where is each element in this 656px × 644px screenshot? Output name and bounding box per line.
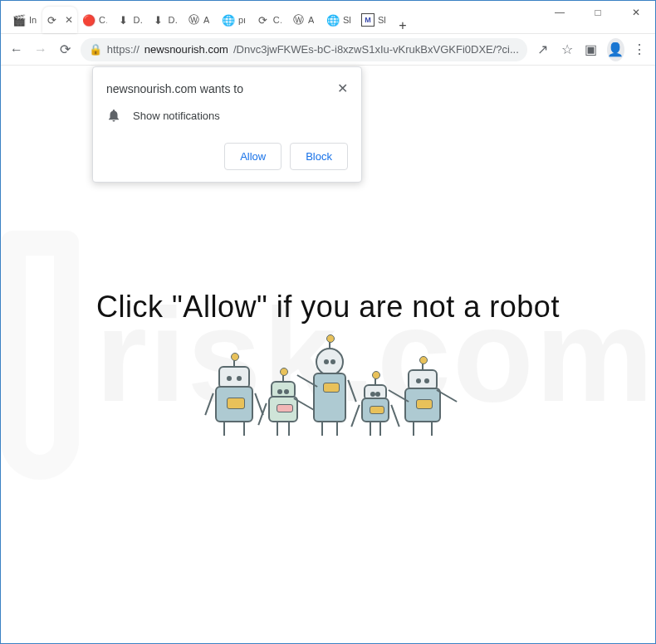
- url-scheme: https://: [107, 43, 140, 56]
- tab-label: Cl: [99, 15, 107, 25]
- popup-line: Show notifications: [133, 110, 220, 122]
- page-content: risk.com newsnourish.com wants to ✕ Show…: [1, 66, 655, 644]
- block-button[interactable]: Block: [290, 143, 348, 170]
- panel-button[interactable]: ▣: [582, 38, 600, 61]
- robot-icon: [215, 366, 253, 422]
- tab-label: In: [29, 15, 37, 25]
- tab-10[interactable]: MSl: [356, 7, 391, 33]
- w-icon: Ⓦ: [291, 13, 305, 27]
- robot-icon: [361, 384, 389, 422]
- address-bar[interactable]: 🔒 https://newsnourish.com/Dnvc3jwFKWEs-b…: [81, 38, 527, 61]
- tab-1-active[interactable]: ⟳✕: [42, 7, 77, 33]
- w-icon: Ⓦ: [187, 13, 200, 27]
- share-button[interactable]: ↗: [534, 38, 551, 61]
- tab-8[interactable]: ⓌA: [286, 7, 321, 33]
- robots-illustration: [1, 348, 655, 422]
- tab-label: Sl: [343, 15, 351, 25]
- tab-label: Cl: [273, 15, 281, 25]
- url-host: newsnourish.com: [144, 43, 228, 56]
- robot-icon: [404, 369, 441, 422]
- profile-button[interactable]: 👤: [607, 38, 624, 61]
- popup-title: newsnourish.com wants to: [106, 82, 243, 95]
- window-controls: — □ ✕: [541, 1, 655, 24]
- film-icon: 🎬: [12, 13, 26, 27]
- new-tab-button[interactable]: +: [391, 18, 414, 33]
- allow-button[interactable]: Allow: [224, 143, 281, 170]
- tab-6[interactable]: 🌐pı: [217, 7, 252, 33]
- robot-icon: [268, 381, 298, 422]
- globe-icon: 🌐: [222, 13, 235, 27]
- tab-3[interactable]: ⬇Dı: [112, 7, 147, 33]
- record-icon: 🔴: [82, 13, 95, 27]
- close-icon[interactable]: ✕: [337, 80, 348, 96]
- tab-label: A: [308, 15, 314, 25]
- bell-icon: [106, 108, 121, 123]
- toolbar: ← → ⟳ 🔒 https://newsnourish.com/Dnvc3jwF…: [1, 34, 655, 66]
- spinner-icon: ⟳: [257, 13, 270, 27]
- close-window-button[interactable]: ✕: [617, 1, 655, 24]
- tab-2[interactable]: 🔴Cl: [77, 7, 112, 33]
- tab-label: Dı: [168, 15, 177, 25]
- reload-button[interactable]: ⟳: [56, 38, 74, 61]
- download-icon: ⬇: [152, 13, 164, 27]
- lock-icon: 🔒: [89, 43, 102, 56]
- forward-button[interactable]: →: [32, 38, 49, 61]
- close-tab-icon[interactable]: ✕: [65, 14, 73, 26]
- tab-label: pı: [238, 15, 246, 25]
- titlebar: 🎬In ⟳✕ 🔴Cl ⬇Dı ⬇Dı ⓌA 🌐pı ⟳Cl ⓌA 🌐Sl MSl…: [1, 1, 655, 34]
- tab-9[interactable]: 🌐Sl: [321, 7, 356, 33]
- tab-4[interactable]: ⬇Dı: [147, 7, 182, 33]
- spinner-icon: ⟳: [47, 13, 56, 27]
- tab-label: Sl: [378, 15, 386, 25]
- tab-7[interactable]: ⟳Cl: [252, 7, 286, 33]
- robot-icon: [313, 348, 346, 422]
- m-icon: M: [361, 13, 375, 27]
- tab-label: Dı: [133, 15, 142, 25]
- menu-button[interactable]: ⋮: [631, 38, 649, 61]
- notification-permission-popup: newsnourish.com wants to ✕ Show notifica…: [92, 66, 362, 183]
- bookmark-button[interactable]: ☆: [558, 38, 575, 61]
- tab-5[interactable]: ⓌA: [182, 7, 217, 33]
- download-icon: ⬇: [117, 13, 130, 27]
- url-path: /Dnvc3jwFKWEs-bC-i8xzwS1xIu-vKrukBxVGKFi…: [233, 43, 519, 56]
- minimize-button[interactable]: —: [541, 1, 579, 24]
- tab-label: A: [203, 15, 209, 25]
- tab-0[interactable]: 🎬In: [7, 7, 42, 33]
- headline: Click "Allow" if you are not a robot: [1, 290, 655, 324]
- maximize-button[interactable]: □: [579, 1, 617, 24]
- globe-icon: 🌐: [326, 13, 340, 27]
- back-button[interactable]: ←: [7, 38, 25, 61]
